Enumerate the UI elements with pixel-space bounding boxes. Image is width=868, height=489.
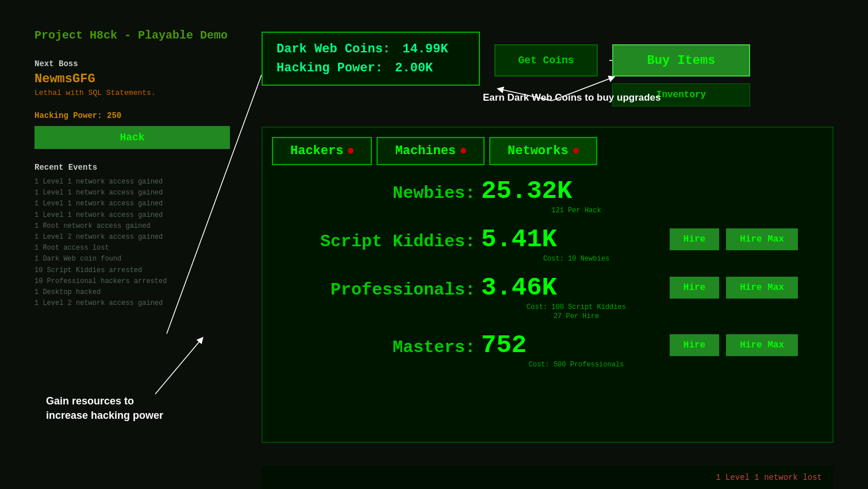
list-item: 10 Script Kiddies arrested bbox=[34, 265, 230, 276]
content-area: Newbies: 25.32K121 Per HackScript Kiddie… bbox=[263, 165, 832, 391]
hacker-count: 5.41K bbox=[481, 225, 573, 254]
hire-max-button[interactable]: Hire Max bbox=[726, 277, 798, 299]
hacker-name: Masters: bbox=[286, 338, 481, 357]
list-item: 1 Root access lost bbox=[34, 243, 230, 254]
next-boss-label: Next Boss bbox=[34, 59, 230, 68]
boss-description: Lethal with SQL Statements. bbox=[34, 89, 230, 97]
tab-dot bbox=[573, 148, 579, 154]
hacker-row: Masters: 752HireHire MaxCost: 500 Profes… bbox=[286, 331, 809, 369]
tab-dot bbox=[348, 148, 354, 154]
list-item: 1 Level 1 network access gained bbox=[34, 177, 230, 188]
hacker-sub: 121 Per Hack bbox=[286, 207, 809, 215]
events-list: 1 Level 1 network access gained1 Level 1… bbox=[34, 177, 230, 309]
hire-button[interactable]: Hire bbox=[670, 228, 719, 250]
hacker-row: Newbies: 25.32K121 Per Hack bbox=[286, 177, 809, 215]
hire-button[interactable]: Hire bbox=[670, 277, 719, 299]
hire-max-button[interactable]: Hire Max bbox=[726, 228, 798, 250]
list-item: 1 Level 2 network access gained bbox=[34, 298, 230, 309]
tab-dot bbox=[460, 148, 466, 154]
hacker-name: Script Kiddies: bbox=[286, 232, 481, 251]
get-coins-button[interactable]: Get Coins bbox=[494, 44, 598, 77]
currency-box: Dark Web Coins: 14.99K Hacking Power: 2.… bbox=[262, 32, 480, 86]
tab-hackers[interactable]: Hackers bbox=[272, 137, 372, 165]
hacker-name: Professionals: bbox=[286, 280, 481, 300]
hacking-power-label: Hacking Power: 250 bbox=[34, 111, 230, 120]
hacker-row: Professionals: 3.46KHireHire MaxCost: 10… bbox=[286, 273, 809, 320]
hacker-sub: Cost: 100 Script Kiddies27 Per Hire bbox=[286, 303, 809, 320]
annotation-coins: Earn Dark Web Coins to buy upgrades bbox=[483, 92, 661, 104]
annotation-resources: Gain resources to increase hacking power bbox=[46, 394, 163, 423]
status-bar: 1 Level 1 network lost bbox=[262, 466, 834, 489]
list-item: 1 Level 1 network access gained bbox=[34, 188, 230, 198]
list-item: 10 Professional hackers arrested bbox=[34, 276, 230, 287]
hack-button[interactable]: Hack bbox=[34, 126, 230, 149]
tab-networks[interactable]: Networks bbox=[489, 137, 597, 165]
hacker-sub: Cost: 10 Newbies bbox=[286, 255, 809, 263]
hacker-row: Script Kiddies: 5.41KHireHire MaxCost: 1… bbox=[286, 225, 809, 263]
dark-web-coins-display: Dark Web Coins: 14.99K bbox=[276, 42, 465, 56]
boss-name: NewmsGFG bbox=[34, 72, 230, 86]
list-item: 1 Desktop hacked bbox=[34, 287, 230, 298]
list-item: 1 Level 1 network access gained bbox=[34, 198, 230, 209]
hacking-power-display: Hacking Power: 2.00K bbox=[276, 61, 465, 75]
hacker-sub: Cost: 500 Professionals bbox=[286, 361, 809, 369]
app-title: Project H8ck - Playable Demo bbox=[34, 29, 230, 42]
svg-line-3 bbox=[155, 339, 201, 394]
tab-machines[interactable]: Machines bbox=[377, 137, 485, 165]
list-item: 1 Root network access gained bbox=[34, 221, 230, 232]
main-panel: HackersMachinesNetworks Newbies: 25.32K1… bbox=[262, 127, 834, 443]
hire-max-button[interactable]: Hire Max bbox=[726, 334, 798, 356]
recent-events-label: Recent Events bbox=[34, 163, 230, 172]
list-item: 1 Dark Web coin found bbox=[34, 254, 230, 265]
hire-button[interactable]: Hire bbox=[670, 334, 719, 356]
tabs-container: HackersMachinesNetworks bbox=[263, 128, 832, 165]
hacker-count: 3.46K bbox=[481, 273, 573, 302]
list-item: 1 Level 1 network access gained bbox=[34, 210, 230, 221]
list-item: 1 Level 2 network access gained bbox=[34, 232, 230, 243]
sidebar: Project H8ck - Playable Demo Next Boss N… bbox=[34, 29, 230, 309]
hacker-count: 25.32K bbox=[481, 177, 573, 205]
hacker-count: 752 bbox=[481, 331, 573, 360]
hacker-name: Newbies: bbox=[286, 184, 481, 203]
status-text: 1 Level 1 network lost bbox=[716, 473, 822, 482]
buy-items-button[interactable]: Buy Items bbox=[612, 44, 750, 77]
